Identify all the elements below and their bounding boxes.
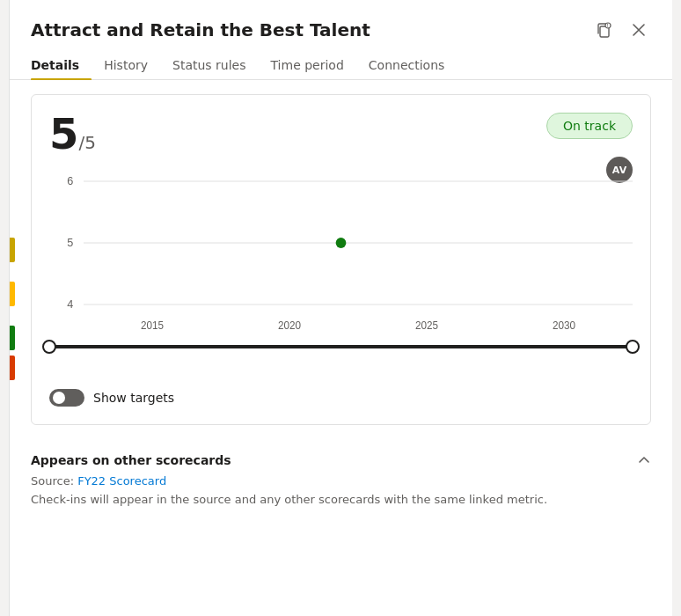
header-actions: ! bbox=[591, 18, 651, 42]
sidebar-edge-green bbox=[10, 326, 15, 350]
chevron-up-icon bbox=[638, 454, 650, 466]
close-button[interactable] bbox=[626, 18, 651, 42]
panel-header: Attract and Retain the Best Talent ! bbox=[10, 0, 672, 42]
scorecard-card: 5/5 On track AV 6 5 4 2015 bbox=[31, 94, 651, 425]
range-track bbox=[49, 345, 633, 348]
range-thumb-left[interactable] bbox=[42, 340, 56, 354]
appears-on-label: Appears on other scorecards bbox=[31, 453, 231, 467]
bottom-section: Appears on other scorecards Source: FY22… bbox=[10, 439, 672, 520]
tab-status-rules[interactable]: Status rules bbox=[160, 51, 259, 79]
score-denom: /5 bbox=[78, 132, 95, 153]
chart-container: 6 5 4 2015 2020 2025 2030 bbox=[49, 164, 633, 375]
tab-details[interactable]: Details bbox=[31, 51, 92, 79]
close-icon bbox=[633, 24, 645, 36]
appears-on-row: Appears on other scorecards bbox=[31, 453, 651, 467]
source-link[interactable]: FY22 Scorecard bbox=[77, 474, 166, 488]
score-display: 5/5 bbox=[49, 113, 96, 155]
tab-bar: Details History Status rules Time period… bbox=[10, 51, 672, 80]
svg-text:2015: 2015 bbox=[141, 319, 164, 332]
svg-text:2030: 2030 bbox=[553, 319, 575, 332]
sidebar-edge-red bbox=[10, 356, 15, 380]
source-label: Source: bbox=[31, 474, 74, 488]
range-slider[interactable] bbox=[49, 345, 633, 348]
range-thumb-right[interactable] bbox=[626, 340, 640, 354]
sidebar-indicators bbox=[10, 238, 26, 380]
status-badge: On track bbox=[546, 113, 633, 139]
show-targets-toggle[interactable] bbox=[49, 389, 84, 407]
tab-history[interactable]: History bbox=[92, 51, 160, 79]
page-title: Attract and Retain the Best Talent bbox=[31, 19, 370, 40]
show-targets-row: Show targets bbox=[49, 389, 633, 407]
sidebar-edge-yellow bbox=[10, 238, 15, 262]
copy-icon: ! bbox=[596, 22, 611, 38]
svg-text:2025: 2025 bbox=[415, 319, 438, 332]
svg-text:5: 5 bbox=[67, 236, 73, 249]
sidebar-edge-orange bbox=[10, 282, 15, 306]
copy-icon-button[interactable]: ! bbox=[591, 18, 616, 42]
source-line: Source: FY22 Scorecard bbox=[31, 474, 651, 488]
tab-time-period[interactable]: Time period bbox=[259, 51, 356, 79]
svg-text:2020: 2020 bbox=[278, 319, 301, 332]
main-content: 5/5 On track AV 6 5 4 2015 bbox=[10, 80, 672, 439]
toggle-knob bbox=[53, 392, 65, 404]
score-value: 5 bbox=[49, 109, 78, 158]
svg-text:4: 4 bbox=[67, 297, 73, 311]
show-targets-label: Show targets bbox=[93, 391, 174, 405]
score-status-row: 5/5 On track bbox=[49, 113, 633, 155]
data-point bbox=[336, 238, 347, 248]
collapse-button[interactable] bbox=[637, 453, 651, 467]
tab-connections[interactable]: Connections bbox=[356, 51, 458, 79]
chart-svg: 6 5 4 2015 2020 2025 2030 bbox=[49, 164, 633, 340]
svg-text:6: 6 bbox=[67, 174, 73, 187]
checkins-text: Check-ins will appear in the source and … bbox=[31, 493, 651, 506]
